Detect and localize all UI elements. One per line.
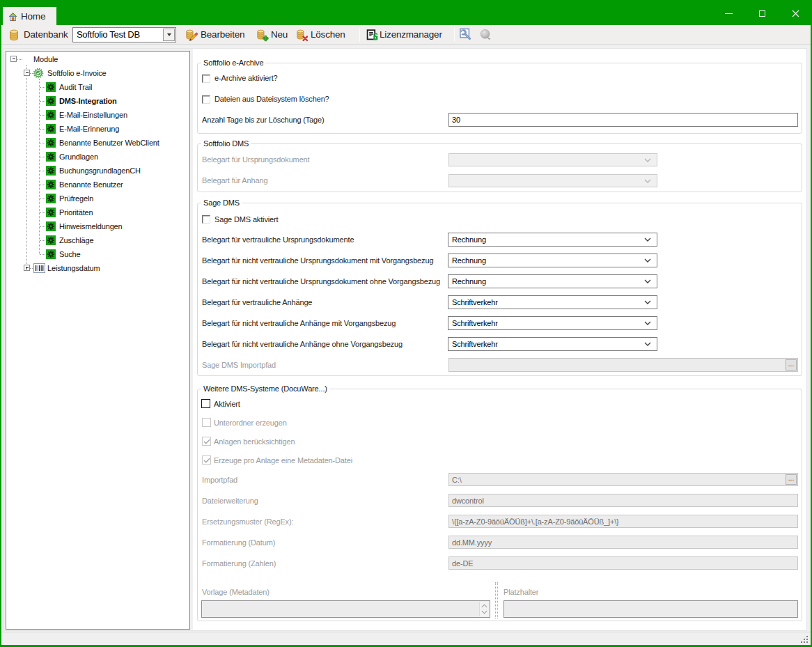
tree-connector [40,87,45,88]
sage-row-label: Belegart für vertrauliche Anhänge [202,297,312,308]
chevron-down-icon [644,179,651,183]
toolbar-separator [359,28,360,42]
checkbox-earchive-aktiviert-label[interactable]: e-Archive aktiviert? [214,72,278,84]
chevron-up-icon [481,604,487,608]
tree-item-label[interactable]: Prioritäten [59,207,93,218]
sage-row-label: Belegart für nicht vertrauliche Ursprung… [202,255,433,266]
platzhalter-label: Platzhalter [503,586,538,598]
chevron-down-icon [644,258,651,263]
tree-connector [40,171,45,171]
license-manager-button[interactable]: Lizenzmanager [380,29,442,41]
checkbox-metadaten [202,455,211,465]
checkbox-aktiviert[interactable] [201,399,210,408]
sage-row-dropdown[interactable]: Schriftverkehr [448,316,657,330]
expand-expander[interactable] [24,265,30,271]
belegart-ursprungsdokument-label: Belegart für Ursprungsdokument [202,154,309,165]
module-tree: Module Softfolio e-Invoice Audit TrailDM… [6,51,190,630]
tree-item-label[interactable]: Suche [59,249,80,260]
checkbox-unterordner [202,418,211,427]
tree-group-label[interactable]: Softfolio e-Invoice [47,68,107,79]
checkbox-aktiviert-label[interactable]: Aktiviert [214,398,240,410]
belegart-ursprungsdokument-dropdown [448,153,657,166]
chevron-down-icon [644,158,651,162]
vorlage-label: Vorlage (Metadaten) [202,586,270,598]
tree-item-label[interactable]: Zuschläge [59,235,93,246]
checkbox-anlagen-label: Anlagen berücksichtigen [214,436,295,447]
database-label: Datenbank [24,29,68,41]
module-gear-icon [46,110,56,120]
weitere-row-label: Formatierung (Datum) [202,537,275,548]
tab-home[interactable]: Home [3,7,56,25]
belegart-anhang-label: Belegart für Anhang [202,175,267,186]
vorlage-spinner [479,602,489,616]
tree-item-label[interactable]: E-Mail-Einstellungen [59,109,127,120]
group-title: Softfolio e-Archive [201,58,265,68]
toolbar-separator-2 [454,28,455,42]
module-gear-icon [46,138,56,148]
module-gear-icon [46,166,56,176]
database-combobox-arrow[interactable] [163,29,175,41]
module-gear-icon [46,235,56,245]
sage-row-dropdown[interactable]: Schriftverkehr [448,295,657,309]
edit-button[interactable]: Bearbeiten [201,29,244,41]
delete-button[interactable]: Löschen [311,29,345,41]
checkbox-earchive-aktiviert[interactable] [202,75,210,83]
days-label: Anzahl Tage bis zur Löschung (Tage) [202,114,325,125]
collapse-expander[interactable] [24,70,30,76]
tree-item-label[interactable]: Audit Trail [59,81,92,93]
sage-row-dropdown[interactable]: Rechnung [448,254,657,267]
checkbox-dateien-loeschen-label[interactable]: Dateien aus Dateisystem löschen? [214,93,329,104]
chevron-down-icon [644,300,651,304]
tree-root-label[interactable]: Module [33,54,58,65]
module-gear-icon [46,249,56,259]
new-button[interactable]: Neu [271,29,288,41]
tree-connector [30,268,33,269]
checkbox-sage-dms-aktiviert[interactable] [202,215,210,224]
collapse-expander[interactable] [10,56,17,62]
checkbox-metadaten-label: Erzeuge pro Anlage eine Metadaten-Datei [214,455,352,466]
tree-item-label[interactable]: Hinweismeldungen [59,221,123,232]
tree-item-label[interactable]: Benannte Benutzer WebClient [59,137,159,148]
checkbox-sage-dms-aktiviert-label[interactable]: Sage DMS aktiviert [214,214,278,225]
settings-button[interactable] [459,28,474,42]
tree-item-label[interactable]: Prüfregeln [59,193,93,204]
tree-item-label[interactable]: BuchungsgrundlagenCH [59,165,141,176]
tree-item-label[interactable]: Benannte Benutzer [59,179,123,190]
edit-icon [185,29,199,42]
belegart-anhang-dropdown [448,174,657,187]
checkbox-unterordner-label: Unterordner erzeugen [214,417,287,428]
einvoice-badge-icon [33,68,44,79]
tree-connector [40,226,45,227]
checkbox-dateien-loeschen[interactable] [202,95,210,104]
sage-row-label: Belegart für nicht vertrauliche Ursprung… [202,276,440,287]
group-title: Sage DMS [201,198,242,208]
tree-bottom-label[interactable]: Leistungsdatum [47,263,100,274]
module-gear-icon [46,208,56,217]
maximize-button[interactable] [746,0,778,26]
tree-item-label[interactable]: Grundlagen [59,151,98,162]
module-gear-icon [46,124,56,134]
days-input[interactable]: 30 [448,113,798,127]
chevron-down-icon [644,237,651,242]
sage-row-dropdown[interactable]: Rechnung [448,233,657,247]
splitter-handle[interactable] [495,582,498,618]
sage-row-dropdown[interactable]: Schriftverkehr [448,337,657,351]
module-gear-icon [46,180,56,189]
close-button[interactable] [779,0,811,26]
tree-connector [40,240,45,241]
weitere-row-label: Dateierweiterung [202,495,258,506]
sage-row-dropdown[interactable]: Rechnung [448,274,657,288]
module-gear-icon [46,82,56,92]
search-web-icon[interactable] [479,29,493,41]
sage-importpfad-input: ... [448,358,798,372]
minimize-button[interactable] [712,0,744,26]
database-combobox[interactable]: Softfolio Test DB [72,27,176,42]
resize-grip[interactable] [801,636,809,644]
close-icon [792,10,799,17]
tree-item-label[interactable]: E-Mail-Erinnerung [59,123,119,134]
tree-connector [40,143,45,143]
group-title: Weitere DMS-Systeme (DocuWare...) [201,384,329,394]
tree-item-label[interactable]: DMS-Integration [59,95,117,107]
weitere-row-input: dwcontrol [448,494,798,507]
license-manager-icon [366,29,378,41]
